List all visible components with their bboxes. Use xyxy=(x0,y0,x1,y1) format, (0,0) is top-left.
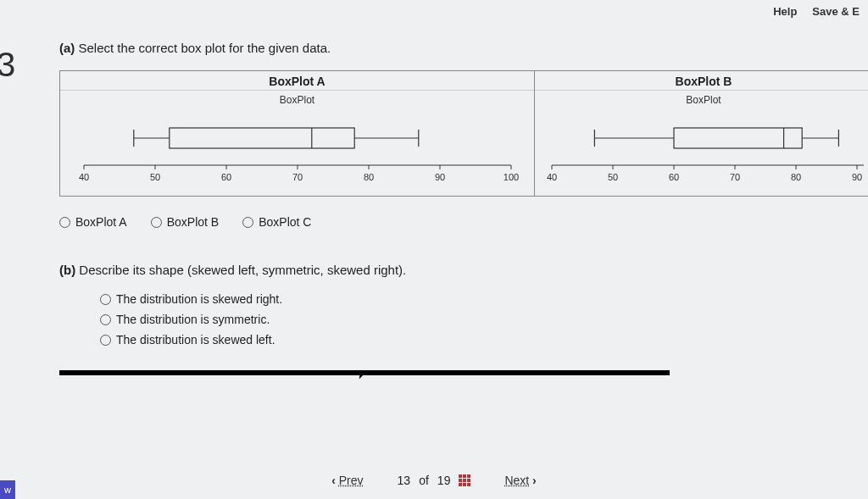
page-total: 19 xyxy=(437,474,451,487)
tick-label: 100 xyxy=(504,172,519,182)
option-label: BoxPlot B xyxy=(167,215,219,229)
option-skewed-right[interactable]: The distribution is skewed right. xyxy=(100,292,868,306)
tick-label: 60 xyxy=(669,172,679,182)
radio-icon xyxy=(59,217,70,228)
part-a-text: Select the correct box plot for the give… xyxy=(79,41,331,55)
option-label: The distribution is skewed left. xyxy=(116,333,275,347)
tick-label: 90 xyxy=(852,172,862,182)
prev-button[interactable]: ‹ Prev xyxy=(331,474,363,487)
boxplot-row: BoxPlot A BoxPlot xyxy=(59,70,868,197)
chevron-right-icon: › xyxy=(532,474,537,487)
bottom-tag: w xyxy=(0,480,15,499)
boxplot-b-cell: BoxPlot B BoxPlot xyxy=(535,71,868,196)
boxplot-b-subtitle: BoxPlot xyxy=(542,91,865,113)
question-content: (a) Select the correct box plot for the … xyxy=(59,41,868,375)
radio-icon xyxy=(100,294,111,305)
top-bar: Help Save & E xyxy=(756,0,868,23)
page-indicator: 13 of 19 xyxy=(398,474,471,487)
tick-label: 50 xyxy=(150,172,160,182)
boxplot-a-cell: BoxPlot A BoxPlot xyxy=(60,71,535,196)
tick-label: 60 xyxy=(221,172,231,182)
boxplot-a-svg: 40 50 60 70 80 90 100 xyxy=(67,113,528,189)
option-boxplot-a[interactable]: BoxPlot A xyxy=(59,215,127,229)
chevron-left-icon: ‹ xyxy=(331,474,336,487)
boxplot-b-svg: 40 50 60 70 80 90 xyxy=(542,113,864,189)
grid-icon[interactable] xyxy=(459,474,470,486)
save-link[interactable]: Save & E xyxy=(812,5,860,18)
radio-icon xyxy=(100,335,111,346)
tick-label: 90 xyxy=(435,172,445,182)
option-skewed-left[interactable]: The distribution is skewed left. xyxy=(100,333,868,347)
tick-label: 80 xyxy=(364,172,374,182)
tick-label: 50 xyxy=(608,172,618,182)
help-link[interactable]: Help xyxy=(773,5,797,18)
boxplot-a-title: BoxPlot A xyxy=(60,71,534,91)
next-label: Next xyxy=(504,474,529,487)
prev-label: Prev xyxy=(339,474,364,487)
tick-label: 40 xyxy=(79,172,89,182)
part-b-prompt: (b) Describe its shape (skewed left, sym… xyxy=(59,263,868,277)
page-of: of xyxy=(419,474,429,487)
svg-rect-2 xyxy=(170,128,354,148)
boxplot-b-title: BoxPlot B xyxy=(535,71,868,91)
part-b-text: Describe its shape (skewed left, symmetr… xyxy=(79,263,406,277)
tick-label: 80 xyxy=(791,172,801,182)
part-a-label: (a) xyxy=(59,41,75,55)
part-a-prompt: (a) Select the correct box plot for the … xyxy=(59,41,868,55)
part-a-options: BoxPlot A BoxPlot B BoxPlot C xyxy=(59,215,868,229)
radio-icon xyxy=(151,217,162,228)
page-current: 13 xyxy=(398,474,411,487)
radio-icon xyxy=(100,314,111,325)
radio-icon xyxy=(242,217,253,228)
part-b-label: (b) xyxy=(59,263,75,277)
next-button[interactable]: Next › xyxy=(504,474,536,487)
tick-label: 40 xyxy=(547,172,557,182)
tick-label: 70 xyxy=(730,172,740,182)
svg-rect-16 xyxy=(674,128,802,148)
option-boxplot-b[interactable]: BoxPlot B xyxy=(151,215,219,229)
tick-label: 70 xyxy=(292,172,303,182)
option-label: BoxPlot C xyxy=(259,215,311,229)
option-label: The distribution is symmetric. xyxy=(116,313,270,326)
pager: ‹ Prev 13 of 19 Next › xyxy=(0,474,868,487)
question-number: 3 xyxy=(0,46,15,84)
cursor-icon: ➤ xyxy=(353,363,370,382)
boxplot-a-subtitle: BoxPlot xyxy=(67,91,527,113)
option-label: The distribution is skewed right. xyxy=(116,292,282,306)
option-boxplot-c[interactable]: BoxPlot C xyxy=(242,215,311,229)
option-label: BoxPlot A xyxy=(75,215,127,229)
part-b-options: The distribution is skewed right. The di… xyxy=(100,292,868,347)
divider-bar: ➤ xyxy=(59,370,670,375)
option-symmetric[interactable]: The distribution is symmetric. xyxy=(100,313,868,326)
